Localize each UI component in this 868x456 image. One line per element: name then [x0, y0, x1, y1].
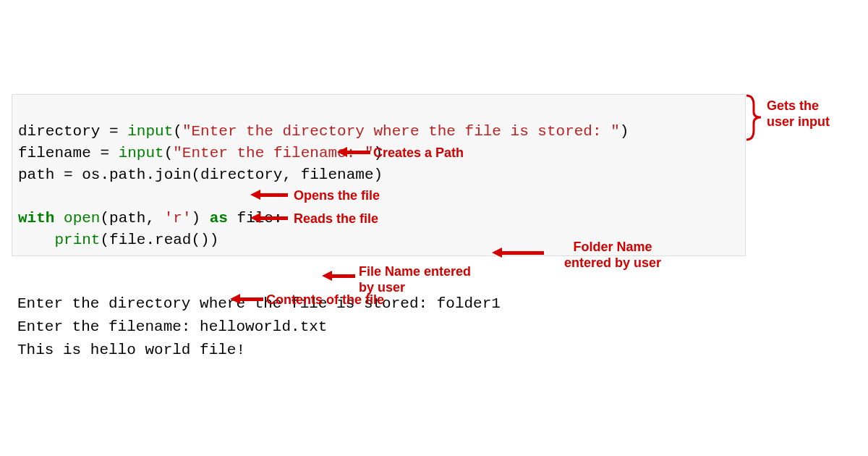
code-text: filename [18, 145, 100, 161]
output-line: Enter the filename: helloworld.txt [17, 318, 327, 335]
annotation-reads-file: Reads the file [294, 211, 378, 227]
code-text: ) [191, 210, 209, 227]
code-string: 'r' [164, 210, 192, 227]
annotation-creates-path: Creates a Path [373, 145, 464, 161]
code-fn: print [54, 232, 100, 248]
output-line: This is hello world file! [17, 342, 245, 358]
annotation-opens-file: Opens the file [294, 187, 380, 203]
code-text: ( [173, 123, 182, 140]
code-text [18, 232, 54, 248]
code-text: ) [620, 123, 629, 140]
code-fn: input [119, 145, 164, 161]
annotation-contents: Contents of the file [266, 292, 384, 308]
code-text: = [100, 145, 118, 161]
arrow-line [259, 193, 288, 197]
arrow-line [501, 251, 544, 255]
arrow-line [331, 274, 355, 278]
code-keyword: with [18, 210, 54, 227]
arrow-line [239, 297, 263, 301]
code-text: (file.read()) [100, 232, 218, 248]
code-text: path = os.path.join(directory, filename) [18, 166, 383, 183]
arrow-line [259, 216, 288, 220]
annotation-folder-name: Folder Name entered by user [564, 239, 661, 271]
code-keyword: as [210, 210, 228, 227]
code-text: = [109, 123, 127, 140]
annotation-gets-input: Gets the user input [767, 98, 830, 130]
code-text: (path, [100, 210, 163, 227]
code-fn: input [127, 123, 173, 140]
code-text: ( [164, 145, 174, 161]
annotation-file-name: File Name entered by user [359, 263, 471, 295]
brace-icon [745, 94, 763, 141]
code-block: directory = input("Enter the directory w… [12, 94, 746, 256]
code-text [54, 210, 64, 227]
code-string: "Enter the directory where the file is s… [182, 123, 620, 140]
arrow-line [346, 151, 370, 154]
code-fn: open [64, 210, 100, 227]
code-text: directory [18, 123, 109, 140]
